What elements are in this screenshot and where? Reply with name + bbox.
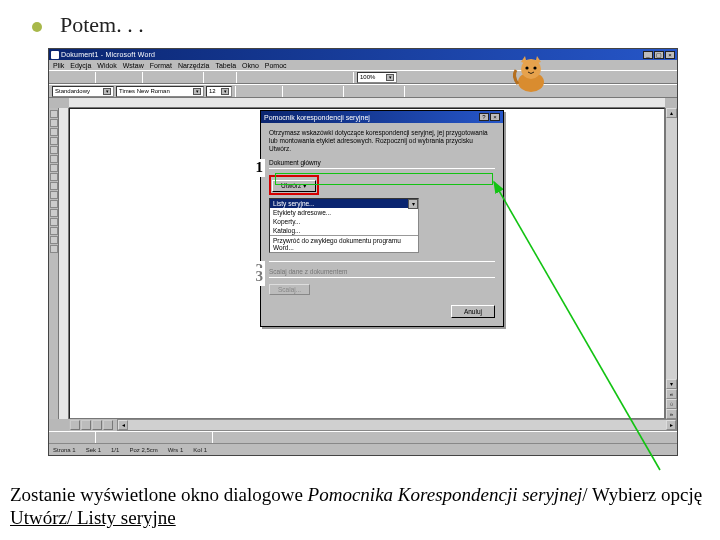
preview-icon[interactable]: [113, 72, 125, 83]
shadow-icon[interactable]: [300, 432, 312, 443]
horizontal-scrollbar[interactable]: ◂ ▸: [117, 419, 677, 431]
new-icon[interactable]: [52, 72, 64, 83]
wordart-icon[interactable]: [183, 432, 195, 443]
hyperlink-icon[interactable]: [240, 72, 252, 83]
tool-icon[interactable]: [50, 155, 58, 163]
underline-icon[interactable]: [267, 86, 279, 97]
create-dropdown[interactable]: ▾ Listy seryjne... Etykiety adresowe... …: [269, 198, 419, 253]
menu-edit[interactable]: Edycja: [70, 62, 91, 69]
arrow-style-icon[interactable]: [286, 432, 298, 443]
rect-icon[interactable]: [141, 432, 153, 443]
tool-icon[interactable]: [50, 110, 58, 118]
menu-table[interactable]: Tabela: [215, 62, 236, 69]
3d-icon[interactable]: [314, 432, 326, 443]
tables-borders-icon[interactable]: [254, 72, 266, 83]
tool-icon[interactable]: [50, 218, 58, 226]
paste-icon[interactable]: [174, 72, 186, 83]
view-web-icon[interactable]: [81, 420, 91, 430]
menu-format[interactable]: Format: [150, 62, 172, 69]
horizontal-ruler[interactable]: [69, 98, 665, 108]
menu-help[interactable]: Pomoc: [265, 62, 287, 69]
tool-icon[interactable]: [50, 182, 58, 190]
open-icon[interactable]: [66, 72, 78, 83]
zoom-combo[interactable]: 100%▾: [357, 72, 397, 83]
help-icon[interactable]: [399, 72, 411, 83]
indent-icon[interactable]: [389, 86, 401, 97]
view-normal-icon[interactable]: [70, 420, 80, 430]
print-icon[interactable]: [99, 72, 111, 83]
excel-icon[interactable]: [282, 72, 294, 83]
tool-icon[interactable]: [50, 164, 58, 172]
dialog-help-button[interactable]: ?: [479, 113, 489, 121]
line-style-icon[interactable]: [258, 432, 270, 443]
clipart-icon[interactable]: [197, 432, 209, 443]
vertical-scrollbar[interactable]: ▴ ▾ « ○ »: [665, 108, 677, 419]
chevron-down-icon[interactable]: ▾: [408, 199, 418, 209]
align-center-icon[interactable]: [300, 86, 312, 97]
tool-icon[interactable]: [50, 236, 58, 244]
size-combo[interactable]: 12▾: [206, 86, 232, 97]
dash-style-icon[interactable]: [272, 432, 284, 443]
arrow-icon[interactable]: [127, 432, 139, 443]
outdent-icon[interactable]: [375, 86, 387, 97]
rotate-icon[interactable]: [80, 432, 92, 443]
tool-icon[interactable]: [50, 146, 58, 154]
scroll-down-icon[interactable]: ▾: [666, 379, 677, 389]
menu-tools[interactable]: Narzędzia: [178, 62, 210, 69]
browse-object-icon[interactable]: ○: [666, 399, 677, 409]
bold-icon[interactable]: [239, 86, 251, 97]
dropdown-item[interactable]: Etykiety adresowe...: [270, 208, 418, 217]
menu-window[interactable]: Okno: [242, 62, 259, 69]
view-print-icon[interactable]: [92, 420, 102, 430]
line-color-icon[interactable]: [230, 432, 242, 443]
format-painter-icon[interactable]: [188, 72, 200, 83]
tool-icon[interactable]: [50, 245, 58, 253]
next-page-icon[interactable]: »: [666, 409, 677, 419]
paragraph-icon[interactable]: [338, 72, 350, 83]
minimize-button[interactable]: _: [643, 51, 653, 59]
menu-file[interactable]: Plik: [53, 62, 64, 69]
tool-icon[interactable]: [50, 119, 58, 127]
numbering-icon[interactable]: [347, 86, 359, 97]
undo-icon[interactable]: [207, 72, 219, 83]
office-assistant-icon[interactable]: [510, 54, 552, 94]
tool-icon[interactable]: [50, 173, 58, 181]
scroll-left-icon[interactable]: ◂: [118, 420, 128, 430]
insert-table-icon[interactable]: [268, 72, 280, 83]
redo-icon[interactable]: [221, 72, 233, 83]
draw-menu-icon[interactable]: [52, 432, 64, 443]
dialog-close-button[interactable]: ×: [490, 113, 500, 121]
tool-icon[interactable]: [50, 128, 58, 136]
align-justify-icon[interactable]: [328, 86, 340, 97]
scroll-up-icon[interactable]: ▴: [666, 108, 677, 118]
italic-icon[interactable]: [253, 86, 265, 97]
autoshapes-icon[interactable]: [99, 432, 111, 443]
docmap-icon[interactable]: [324, 72, 336, 83]
font-color-icon[interactable]: [436, 86, 448, 97]
textbox-icon[interactable]: [169, 432, 181, 443]
dropdown-item[interactable]: Przywróć do zwykłego dokumentu programu …: [270, 235, 418, 252]
dropdown-selected[interactable]: Listy seryjne...: [270, 199, 418, 208]
tool-icon[interactable]: [50, 137, 58, 145]
menu-insert[interactable]: Wstaw: [123, 62, 144, 69]
maximize-button[interactable]: ▢: [654, 51, 664, 59]
oval-icon[interactable]: [155, 432, 167, 443]
borders-icon[interactable]: [408, 86, 420, 97]
scroll-track[interactable]: [666, 118, 677, 379]
cut-icon[interactable]: [146, 72, 158, 83]
view-outline-icon[interactable]: [103, 420, 113, 430]
style-combo[interactable]: Standardowy▾: [52, 86, 114, 97]
dropdown-item[interactable]: Koperty...: [270, 217, 418, 226]
tool-icon[interactable]: [50, 227, 58, 235]
cancel-button[interactable]: Anuluj: [451, 305, 495, 318]
menu-view[interactable]: Widok: [97, 62, 116, 69]
font-color2-icon[interactable]: [244, 432, 256, 443]
highlight-icon[interactable]: [422, 86, 434, 97]
align-left-icon[interactable]: [286, 86, 298, 97]
align-right-icon[interactable]: [314, 86, 326, 97]
tool-icon[interactable]: [50, 200, 58, 208]
save-icon[interactable]: [80, 72, 92, 83]
scroll-right-icon[interactable]: ▸: [666, 420, 676, 430]
spellcheck-icon[interactable]: [127, 72, 139, 83]
dropdown-item[interactable]: Katalog...: [270, 226, 418, 235]
